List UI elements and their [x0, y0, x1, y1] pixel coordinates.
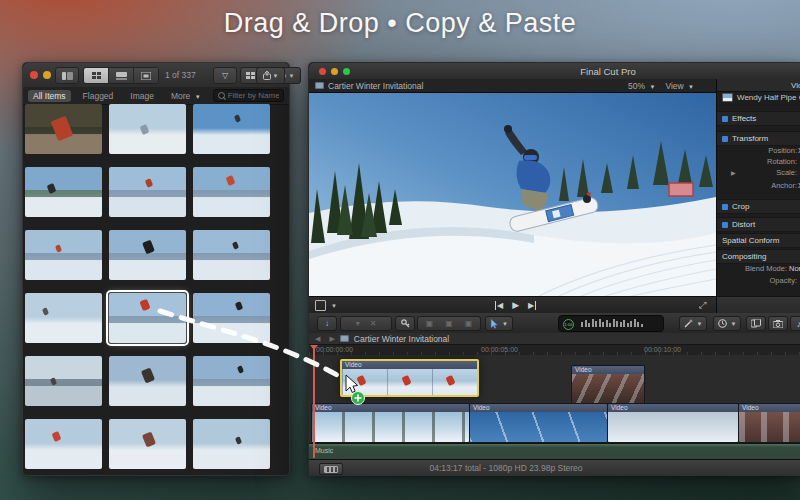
ruler-tick: 00:00:10:00 [644, 346, 681, 353]
storyline-clip[interactable]: Video [469, 403, 608, 443]
chevron-down-icon: ▼ [688, 84, 694, 90]
row-rotation: Rotation: [717, 156, 800, 167]
headline: Drag & Drop • Copy & Paste [0, 8, 800, 39]
storyline-clip[interactable]: Video [311, 403, 470, 443]
select-tool-button[interactable]: ▼ [485, 316, 513, 331]
zoom-level-menu[interactable]: 50% ▼ [628, 81, 655, 91]
thumbnail-skier-figure [51, 116, 74, 141]
viewer-clip-title: Cartier Winter Invitational [328, 81, 423, 91]
close-button[interactable] [30, 71, 38, 79]
transitions-browser-button[interactable] [746, 316, 766, 331]
photo-thumbnail[interactable] [193, 419, 270, 469]
photo-thumbnail[interactable] [109, 230, 186, 280]
sidebar-view-button[interactable] [55, 67, 79, 84]
fullscreen-icon[interactable]: ⤢ [698, 300, 706, 311]
photo-thumbnail[interactable] [193, 230, 270, 280]
photo-thumbnail[interactable] [109, 104, 186, 154]
connect-icon: ▾ [356, 319, 360, 328]
photo-thumbnail-selected[interactable] [109, 293, 186, 343]
effects-checkbox[interactable] [722, 116, 728, 122]
transform-checkbox[interactable] [722, 136, 728, 142]
edit-tools-group[interactable]: ▾ ✕ [340, 316, 392, 331]
section-distort[interactable]: Distort [717, 217, 800, 232]
photo-thumbnail[interactable] [193, 104, 270, 154]
filter-funnel-icon: ▽ [222, 71, 228, 80]
playhead[interactable] [313, 345, 315, 458]
photo-thumbnail[interactable] [193, 167, 270, 217]
key-icon [401, 319, 410, 328]
photo-thumbnail[interactable] [25, 230, 102, 280]
storyline-clip[interactable]: Video [738, 403, 800, 443]
background-tasks-icon[interactable]: 1:00 [563, 319, 574, 330]
share-button[interactable]: ▼ [256, 67, 285, 84]
search-field[interactable] [213, 89, 284, 102]
clip-label: Video [470, 404, 607, 412]
blend-mode-value[interactable]: Nor [789, 264, 800, 273]
viewer-canvas[interactable] [309, 93, 716, 296]
thumbnail-mountain [193, 379, 270, 386]
section-crop[interactable]: Crop [717, 199, 800, 214]
chevron-down-icon: ▼ [697, 321, 703, 327]
photo-thumbnail[interactable] [109, 356, 186, 406]
photo-thumbnail[interactable] [25, 356, 102, 406]
filter-tab-flagged[interactable]: Flagged [78, 90, 119, 102]
retime-menu-button[interactable]: ▼ [713, 316, 741, 331]
play-button[interactable]: ▶ [512, 300, 519, 310]
thumbnail-mountain [109, 253, 186, 260]
photo-thumbnail[interactable] [25, 293, 102, 343]
dashboard[interactable]: 1:00 [558, 315, 664, 332]
section-effects[interactable]: Effects [717, 111, 800, 126]
dragged-clip[interactable]: Video [340, 359, 479, 397]
enhance-menu-button[interactable]: ▼ [679, 316, 707, 331]
filter-tab-more[interactable]: More ▼ [166, 90, 206, 102]
chevron-down-icon: ▼ [331, 303, 337, 309]
photo-thumbnail[interactable] [109, 419, 186, 469]
photo-thumbnail[interactable] [193, 356, 270, 406]
crop-checkbox[interactable] [722, 204, 728, 210]
marker-icon: ▣ [426, 319, 434, 328]
photo-thumbnail[interactable] [25, 419, 102, 469]
thumbnail-mountain [193, 316, 270, 323]
marker-tools-group[interactable]: ▣ ▣ ▣ [417, 316, 481, 331]
section-compositing[interactable]: Compositing [717, 249, 800, 264]
minimize-button[interactable] [43, 71, 51, 79]
thumbnail-skier-figure [237, 365, 244, 373]
photo-thumbnail[interactable] [25, 104, 102, 154]
search-input[interactable] [228, 91, 279, 100]
thumbnail-skier-figure [145, 178, 154, 188]
filter-tab-image[interactable]: Image [125, 90, 159, 102]
photo-thumbnail[interactable] [25, 167, 102, 217]
project-name[interactable]: Cartier Winter Invitational [354, 334, 449, 344]
music-browser-button[interactable]: ♪ [790, 316, 800, 331]
section-spatial-conform[interactable]: Spatial Conform [717, 233, 800, 248]
photo-thumbnail[interactable] [109, 167, 186, 217]
connected-clip[interactable]: Video [571, 365, 645, 404]
tab-video[interactable]: Video [791, 81, 800, 90]
filter-button[interactable]: ▽ [213, 67, 237, 84]
timeline-back-icon[interactable]: ◀ [315, 335, 324, 343]
music-track[interactable]: Music [309, 443, 800, 460]
thumbnail-skier-figure [51, 431, 61, 442]
filmstrip-view-button[interactable] [109, 68, 134, 83]
filter-tab-all-items[interactable]: All Items [28, 90, 71, 102]
distort-checkbox[interactable] [722, 222, 728, 228]
disclosure-triangle-icon[interactable]: ▶ [731, 169, 736, 176]
camera-icon [773, 320, 783, 328]
photo-thumbnail[interactable] [193, 293, 270, 343]
photos-browser-button[interactable] [768, 316, 788, 331]
photo-browser-window: 1 of 337 ▽ ▼ ⚙ ▼ ▼ All Items Flagged Ima… [22, 62, 290, 476]
slideshow-view-button[interactable] [134, 68, 158, 83]
timeline-body[interactable]: Video Video Video Video Video Video [309, 355, 800, 459]
import-button[interactable]: ↓ [317, 316, 337, 331]
timeline-forward-icon[interactable]: ▶ [329, 335, 334, 343]
previous-frame-button[interactable]: ◀ [495, 301, 503, 310]
grid-view-button[interactable] [84, 68, 109, 83]
section-transform[interactable]: Transform [717, 131, 800, 146]
inspector-file-row[interactable]: Wendy Half Pipe Grab.p [717, 91, 800, 104]
thumbnail-size-icon [246, 72, 255, 80]
storyline-clip[interactable]: Video [607, 403, 739, 443]
transform-overlay-menu[interactable]: ▼ [315, 300, 337, 311]
next-frame-button[interactable]: ▶ [528, 301, 536, 310]
keyword-button[interactable] [395, 316, 415, 331]
view-menu[interactable]: View ▼ [665, 81, 694, 91]
